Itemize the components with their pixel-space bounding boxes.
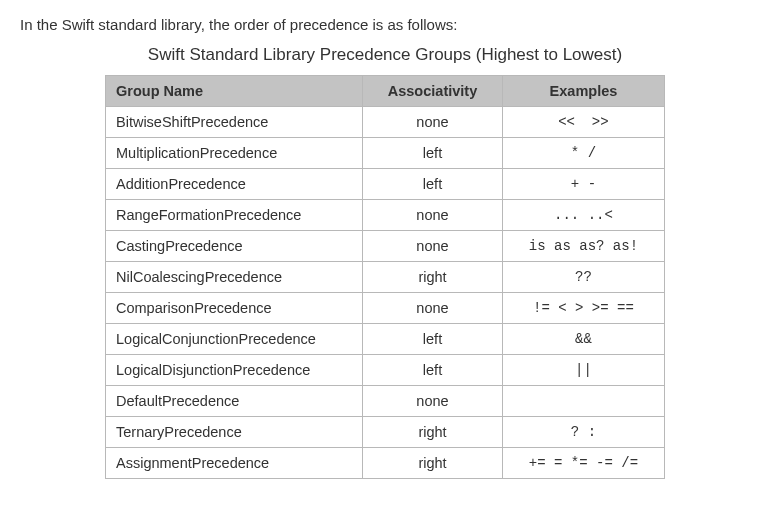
cell-assoc: left [363,138,503,169]
table-row: TernaryPrecedence right ? : [106,417,665,448]
cell-assoc: right [363,448,503,479]
table-row: NilCoalescingPrecedence right ?? [106,262,665,293]
cell-group: TernaryPrecedence [106,417,363,448]
cell-assoc: none [363,200,503,231]
col-header-group: Group Name [106,76,363,107]
cell-group: LogicalDisjunctionPrecedence [106,355,363,386]
cell-examp: != < > >= == [502,293,664,324]
table-row: MultiplicationPrecedence left * / [106,138,665,169]
cell-group: AssignmentPrecedence [106,448,363,479]
cell-group: AdditionPrecedence [106,169,363,200]
cell-group: RangeFormationPrecedence [106,200,363,231]
cell-group: NilCoalescingPrecedence [106,262,363,293]
cell-group: MultiplicationPrecedence [106,138,363,169]
table-row: ComparisonPrecedence none != < > >= == [106,293,665,324]
table-row: AdditionPrecedence left + - [106,169,665,200]
cell-group: BitwiseShiftPrecedence [106,107,363,138]
cell-assoc: none [363,293,503,324]
table-header-row: Group Name Associativity Examples [106,76,665,107]
cell-examp [502,386,664,417]
cell-assoc: right [363,417,503,448]
table-row: DefaultPrecedence none [106,386,665,417]
cell-examp: is as as? as! [502,231,664,262]
table-row: LogicalConjunctionPrecedence left && [106,324,665,355]
cell-group: ComparisonPrecedence [106,293,363,324]
cell-examp: || [502,355,664,386]
cell-assoc: none [363,231,503,262]
table-row: RangeFormationPrecedence none ... ..< [106,200,665,231]
cell-examp: && [502,324,664,355]
cell-examp: ? : [502,417,664,448]
cell-examp: + - [502,169,664,200]
cell-assoc: none [363,107,503,138]
cell-assoc: left [363,355,503,386]
cell-assoc: left [363,324,503,355]
table-row: BitwiseShiftPrecedence none << >> [106,107,665,138]
table-row: LogicalDisjunctionPrecedence left || [106,355,665,386]
cell-examp: ?? [502,262,664,293]
cell-assoc: none [363,386,503,417]
intro-text: In the Swift standard library, the order… [20,16,750,33]
table-caption: Swift Standard Library Precedence Groups… [105,45,665,65]
cell-group: LogicalConjunctionPrecedence [106,324,363,355]
cell-examp: += = *= -= /= [502,448,664,479]
cell-assoc: right [363,262,503,293]
cell-examp: << >> [502,107,664,138]
table-row: CastingPrecedence none is as as? as! [106,231,665,262]
cell-group: CastingPrecedence [106,231,363,262]
cell-examp: * / [502,138,664,169]
cell-assoc: left [363,169,503,200]
col-header-assoc: Associativity [363,76,503,107]
cell-examp: ... ..< [502,200,664,231]
table-row: AssignmentPrecedence right += = *= -= /= [106,448,665,479]
precedence-figure: Swift Standard Library Precedence Groups… [105,45,665,479]
col-header-examp: Examples [502,76,664,107]
cell-group: DefaultPrecedence [106,386,363,417]
precedence-table: Group Name Associativity Examples Bitwis… [105,75,665,479]
